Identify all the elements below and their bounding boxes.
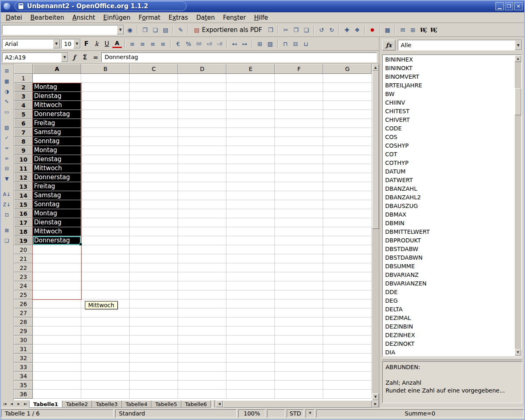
status-page-style[interactable]: Standard <box>115 409 237 418</box>
cell-b30[interactable] <box>81 336 130 345</box>
function-item[interactable]: DBMAX <box>383 210 514 219</box>
function-item[interactable]: DBPRODUKT <box>383 236 514 245</box>
status-insert-mode[interactable] <box>267 409 285 418</box>
cell-f9[interactable] <box>275 146 323 155</box>
row-header-19[interactable]: 19 <box>14 236 33 245</box>
function-item[interactable]: BINOMVERT <box>383 73 514 81</box>
cell-e7[interactable] <box>226 128 275 137</box>
background-color-icon[interactable]: ▧ <box>265 39 275 49</box>
underline-icon[interactable]: U <box>102 39 112 49</box>
row-header-10[interactable]: 10 <box>14 155 33 164</box>
menu-format[interactable]: Format <box>135 13 164 22</box>
row-header-32[interactable]: 32 <box>14 354 33 363</box>
cell-b12[interactable] <box>81 173 130 182</box>
cell-d12[interactable] <box>178 173 226 182</box>
align-left-icon[interactable]: ≡ <box>128 39 137 49</box>
cell-c26[interactable] <box>130 299 178 308</box>
next-sheet-icon[interactable]: ▶ <box>15 400 22 408</box>
scroll-up-icon[interactable]: ▲ <box>515 55 521 62</box>
cell-g16[interactable] <box>323 209 372 218</box>
row-header-25[interactable]: 25 <box>14 290 33 299</box>
function-item[interactable]: CHITEST <box>383 107 514 116</box>
cell-e32[interactable] <box>226 354 275 363</box>
cell-d33[interactable] <box>178 363 226 372</box>
function-item[interactable]: DBAUSZUG <box>383 202 514 210</box>
cell-d16[interactable] <box>178 209 226 218</box>
cell-a14[interactable]: Samstag <box>33 191 81 200</box>
function-item[interactable]: DBSTDABWN <box>383 253 514 262</box>
cell-e23[interactable] <box>226 272 275 281</box>
function-list-scrollbar[interactable]: ▲ ▼ <box>515 55 521 356</box>
menu-hilfe[interactable]: Hilfe <box>250 13 272 22</box>
cell-b17[interactable] <box>81 218 130 227</box>
tab-tabelle1[interactable]: Tabelle1 <box>29 400 62 408</box>
cell-f32[interactable] <box>275 354 323 363</box>
cell-a31[interactable] <box>33 345 81 354</box>
cell-f10[interactable] <box>275 155 323 164</box>
cell-a7[interactable]: Samstag <box>33 128 81 137</box>
cell-c28[interactable] <box>130 317 178 326</box>
export-pdf-button[interactable]: ▤Exportieren als PDF <box>191 25 265 35</box>
cell-c19[interactable] <box>130 236 178 245</box>
cell-g8[interactable] <box>323 137 372 146</box>
cell-c9[interactable] <box>130 146 178 155</box>
cell-f33[interactable] <box>275 363 323 372</box>
standard-format-icon[interactable]: 0,0 <box>194 39 203 49</box>
font-size-combo[interactable]: 10 ▼ <box>61 39 81 49</box>
function-item[interactable]: DELTA <box>383 305 514 314</box>
function-item[interactable]: CODE <box>383 124 514 133</box>
cell-g28[interactable] <box>323 317 372 326</box>
decrease-indent-icon[interactable]: ↤ <box>230 39 239 49</box>
cell-a21[interactable] <box>33 254 81 263</box>
cell-e20[interactable] <box>226 245 275 254</box>
row-header-14[interactable]: 14 <box>14 191 33 200</box>
function-item[interactable]: DBSTDABW <box>383 245 514 253</box>
formula-input[interactable]: Donnerstag <box>101 52 377 62</box>
cell-f1[interactable] <box>275 74 323 83</box>
insert-note-icon[interactable]: ❏ <box>2 236 12 245</box>
function-item[interactable]: BW <box>383 90 514 98</box>
cell-g24[interactable] <box>323 281 372 290</box>
row-header-1[interactable]: 1 <box>14 74 33 83</box>
sort-ascending-icon[interactable]: A↓ <box>2 189 12 199</box>
cell-d26[interactable] <box>178 299 226 308</box>
function-item[interactable]: DBVARIANZ <box>383 271 514 279</box>
cell-e6[interactable] <box>226 119 275 128</box>
edit-file-icon[interactable]: ✎ <box>176 25 185 35</box>
delete-decimal-icon[interactable]: −,0 <box>215 39 224 49</box>
redo-icon[interactable]: ↻ <box>327 25 336 35</box>
cell-b10[interactable] <box>81 155 130 164</box>
gallery-icon[interactable]: ▦ <box>383 25 392 35</box>
cell-e11[interactable] <box>226 164 275 173</box>
cell-c8[interactable] <box>130 137 178 146</box>
cell-d3[interactable] <box>178 92 226 101</box>
function-category-combo[interactable]: Alle ▼ <box>398 40 522 50</box>
row-header-26[interactable]: 26 <box>14 299 33 308</box>
cell-g27[interactable] <box>323 308 372 317</box>
msword-template-icon[interactable]: W, <box>429 25 438 35</box>
paste-icon[interactable]: ❑ <box>301 25 311 35</box>
cell-e25[interactable] <box>226 290 275 299</box>
cell-f26[interactable] <box>275 299 323 308</box>
menu-datei[interactable]: Datei <box>2 13 26 22</box>
scroll-up-icon[interactable]: ▲ <box>372 64 379 71</box>
cell-f30[interactable] <box>275 336 323 345</box>
cell-c2[interactable] <box>130 83 178 92</box>
function-item[interactable]: DBSUMME <box>383 262 514 271</box>
function-item[interactable]: DDE <box>383 288 514 297</box>
cell-d14[interactable] <box>178 191 226 200</box>
row-header-17[interactable]: 17 <box>14 218 33 227</box>
cell-e35[interactable] <box>226 381 275 390</box>
cell-b22[interactable] <box>81 263 130 272</box>
cell-e2[interactable] <box>226 83 275 92</box>
undo-icon[interactable]: ↺ <box>317 25 326 35</box>
cell-c14[interactable] <box>130 191 178 200</box>
cell-f5[interactable] <box>275 110 323 119</box>
cell-b33[interactable] <box>81 363 130 372</box>
cell-b6[interactable] <box>81 119 130 128</box>
cell-e16[interactable] <box>226 209 275 218</box>
cell-a35[interactable] <box>33 381 81 390</box>
cell-g35[interactable] <box>323 381 372 390</box>
cell-c30[interactable] <box>130 336 178 345</box>
combo-dropdown-icon[interactable]: ▼ <box>53 39 60 48</box>
